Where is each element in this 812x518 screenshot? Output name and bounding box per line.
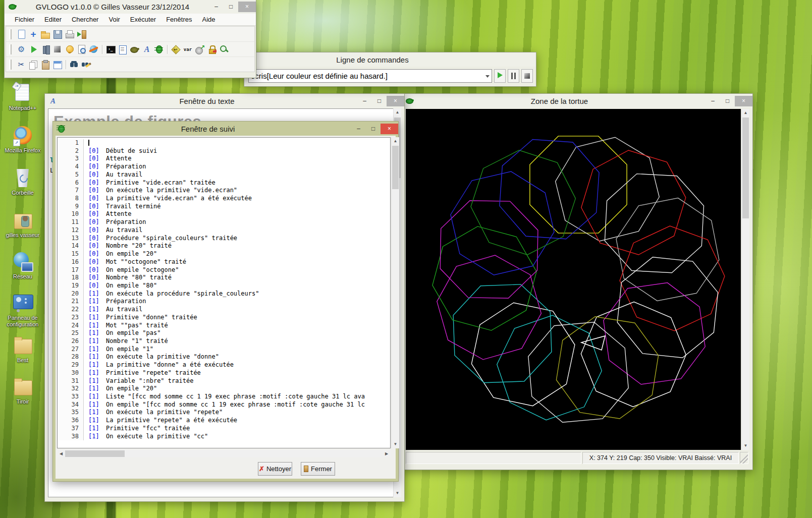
texte-titlebar[interactable]: Fenêtre du texte – □ ×	[45, 94, 404, 108]
copy-icon[interactable]	[28, 60, 38, 70]
alarm-icon[interactable]	[65, 44, 75, 54]
scroll-thumb[interactable]	[742, 118, 749, 218]
console-icon[interactable]	[105, 44, 116, 54]
desktop-icon-notepadpp[interactable]: Notepad++	[2, 83, 43, 111]
desktop-icon-gilles-vasseur[interactable]: gilles vasseur	[2, 210, 43, 239]
close-button[interactable]: ×	[735, 96, 752, 106]
desktop-icon-tiroir[interactable]: Tiroir	[2, 376, 43, 405]
paste-icon[interactable]	[40, 60, 50, 70]
chevron-down-icon[interactable]	[485, 75, 490, 80]
pause-command-button[interactable]	[508, 69, 519, 83]
scroll-thumb[interactable]	[392, 146, 399, 189]
find-icon[interactable]	[69, 60, 79, 70]
tortue-vscrollbar[interactable]: ▲ ▼	[741, 109, 749, 450]
desktop-icon-best[interactable]: Best	[2, 335, 43, 364]
suivi-vscrollbar[interactable]: ▲ ▼	[391, 137, 399, 448]
lock-icon[interactable]	[207, 44, 217, 54]
minimize-button[interactable]: –	[357, 96, 372, 106]
add-icon[interactable]	[28, 29, 38, 39]
nettoyer-button[interactable]: ✗Nettoyer	[258, 462, 292, 476]
desktop-icon-panneau[interactable]: Panneau de configuration	[2, 293, 43, 328]
tiroir-icon	[12, 376, 33, 397]
open-icon[interactable]	[40, 29, 50, 39]
minimize-button[interactable]: –	[706, 96, 720, 106]
preview-icon[interactable]	[77, 44, 87, 54]
turtle-drawing-canvas[interactable]	[406, 109, 741, 450]
scroll-up-icon[interactable]: ▲	[392, 137, 399, 145]
turtle-icon[interactable]	[130, 44, 140, 54]
trace-line: 7[0]On exécute la primitive "vide.ecran"	[58, 187, 390, 195]
desktop-icon-label: Réseau	[2, 273, 43, 280]
maximize-button[interactable]: □	[372, 96, 387, 106]
commandline-titlebar[interactable]: Ligne de commandes	[244, 52, 536, 67]
save-icon[interactable]	[52, 29, 63, 39]
scroll-left-icon[interactable]: ◀	[57, 451, 65, 456]
texte-title: Fenêtre du texte	[65, 97, 349, 105]
pause-icon[interactable]	[40, 44, 50, 54]
text-window-icon	[48, 96, 58, 105]
scroll-right-icon[interactable]: ▶	[383, 451, 391, 456]
close-button[interactable]: ×	[381, 124, 398, 134]
gvlogo-title: GVLOGO v1.0.0 © Gilles Vasseur 23/12/201…	[25, 3, 200, 11]
settings-icon[interactable]	[16, 44, 26, 54]
maximize-button[interactable]: □	[224, 2, 238, 12]
suivi-hscrollbar[interactable]: ◀ ▶	[57, 450, 391, 457]
menu-chercher[interactable]: Chercher	[67, 14, 103, 25]
find-edit-icon[interactable]	[81, 60, 91, 70]
cut-icon[interactable]	[16, 60, 26, 70]
menu-voir[interactable]: Voir	[103, 14, 125, 25]
var-icon[interactable]	[183, 44, 193, 54]
maximize-button[interactable]: □	[720, 96, 735, 106]
scroll-up-icon[interactable]: ▲	[394, 108, 401, 117]
debug-icon[interactable]	[154, 44, 164, 54]
exit-icon[interactable]	[77, 29, 87, 39]
run-command-button[interactable]	[494, 69, 506, 83]
scroll-down-icon[interactable]: ▼	[392, 440, 399, 448]
menu-fichier[interactable]: Fichier	[10, 14, 39, 25]
toolbar-grip[interactable]	[9, 29, 12, 39]
stop-command-button[interactable]	[521, 69, 533, 83]
toolbar-separator	[167, 45, 168, 54]
trace-console[interactable]: 12[0]Début de suivi3[0]Attente4[0]Prépar…	[57, 137, 391, 448]
menu-executer[interactable]: Exécuter	[125, 14, 161, 25]
font-icon[interactable]	[142, 44, 152, 54]
menu-aide[interactable]: Aide	[197, 14, 220, 25]
menu-editer[interactable]: Editer	[39, 14, 67, 25]
command-input[interactable]: écris[Leur couleur est définie au hasard…	[249, 70, 492, 82]
scroll-up-icon[interactable]: ▲	[742, 109, 749, 117]
suivi-body: 12[0]Début de suivi3[0]Attente4[0]Prépar…	[56, 136, 396, 479]
toolbar-grip[interactable]	[9, 44, 12, 54]
search-code-icon[interactable]	[219, 44, 229, 54]
maximize-button[interactable]: □	[366, 124, 381, 134]
scroll-down-icon[interactable]: ▼	[742, 442, 749, 450]
minimize-button[interactable]: –	[351, 124, 366, 134]
editor-icon[interactable]	[118, 44, 128, 54]
run-icon[interactable]	[28, 44, 38, 54]
flow-icon[interactable]	[171, 44, 181, 54]
close-button[interactable]: ×	[238, 2, 256, 12]
minimize-button[interactable]: –	[209, 2, 224, 12]
close-button[interactable]: ×	[387, 96, 404, 106]
scroll-down-icon[interactable]: ▼	[394, 489, 401, 497]
new-file-icon[interactable]	[16, 29, 26, 39]
desktop-icon-firefox[interactable]: Mozilla Firefox	[2, 125, 43, 154]
stop-icon[interactable]	[52, 44, 63, 54]
scroll-thumb[interactable]	[65, 450, 125, 457]
status-panel-empty	[406, 452, 581, 464]
toolbar-edit	[6, 56, 254, 72]
resize-grip[interactable]	[740, 452, 748, 464]
fermer-button[interactable]: Fermer	[301, 462, 335, 476]
command-combobox[interactable]: écris[Leur couleur est définie au hasard…	[248, 69, 492, 83]
tortue-titlebar[interactable]: Zone de la tortue – □ ×	[402, 94, 752, 108]
gvlogo-titlebar[interactable]: GVLOGO v1.0.0 © Gilles Vasseur 23/12/201…	[5, 0, 256, 14]
select-icon[interactable]	[52, 60, 63, 70]
toolbar-grip[interactable]	[9, 60, 12, 70]
export-icon[interactable]	[195, 44, 205, 54]
print-icon[interactable]	[65, 29, 75, 39]
suivi-titlebar[interactable]: Fenêtre de suivi – □ ×	[53, 122, 398, 136]
trace-line: 9[0]Travail terminé	[58, 203, 390, 211]
web-icon[interactable]	[89, 44, 99, 54]
desktop-icon-reseau[interactable]: Réseau	[2, 251, 43, 280]
menu-fenetres[interactable]: Fenêtres	[161, 14, 197, 25]
desktop-icon-corbeille[interactable]: Corbeille	[2, 167, 43, 196]
